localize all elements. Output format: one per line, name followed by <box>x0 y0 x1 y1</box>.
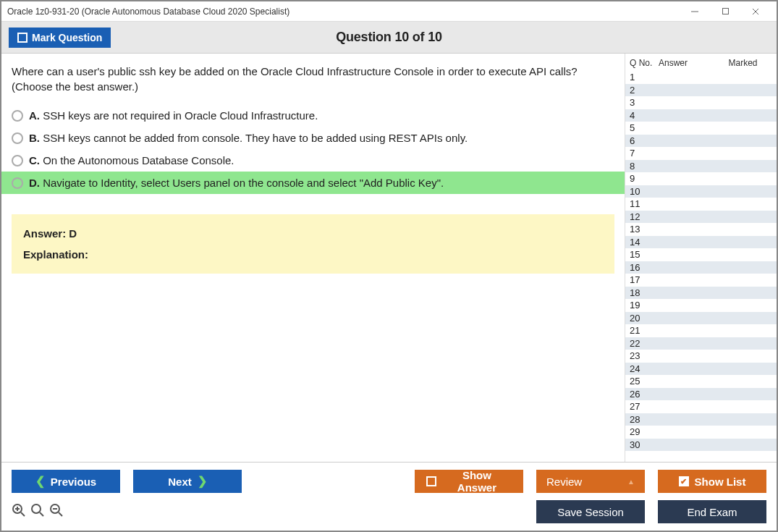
question-list-row[interactable]: 21 <box>625 324 777 337</box>
question-list-row[interactable]: 23 <box>625 350 777 363</box>
show-list-button[interactable]: ✔ Show List <box>658 470 766 493</box>
radio-empty-icon <box>12 177 23 189</box>
question-list-header: Q No. Answer Marked <box>625 54 777 71</box>
question-list-row[interactable]: 4 <box>625 109 777 122</box>
maximize-icon <box>722 7 730 15</box>
question-list-row[interactable]: 16 <box>625 261 777 274</box>
close-button[interactable] <box>740 1 771 22</box>
question-list-row[interactable]: 20 <box>625 312 777 325</box>
question-list-row[interactable]: 13 <box>625 223 777 236</box>
header-bar: Mark Question Question 10 of 10 <box>1 22 777 54</box>
show-list-label: Show List <box>695 476 746 488</box>
question-list-row[interactable]: 29 <box>625 426 777 439</box>
question-pane: Where can a user's public ssh key be add… <box>1 54 625 462</box>
option-text: A. SSH keys are not required in Oracle C… <box>29 109 318 122</box>
checkbox-empty-icon <box>17 33 28 43</box>
question-list-row[interactable]: 22 <box>625 337 777 350</box>
question-list-row[interactable]: 7 <box>625 147 777 160</box>
next-button[interactable]: Next ❯ <box>133 470 242 493</box>
svg-line-11 <box>59 512 62 516</box>
review-button[interactable]: Review ▲ <box>536 470 645 493</box>
footer-row-1: ❮ Previous Next ❯ Show Answer Review ▲ ✔… <box>1 463 777 497</box>
question-list-row[interactable]: 6 <box>625 135 777 148</box>
options-list: A. SSH keys are not required in Oracle C… <box>1 104 625 194</box>
next-label: Next <box>168 476 192 488</box>
col-q-label: Q No. <box>630 58 659 68</box>
question-list-row[interactable]: 12 <box>625 211 777 224</box>
zoom-in-icon[interactable] <box>12 503 26 521</box>
question-list-row[interactable]: 26 <box>625 388 777 401</box>
content-row: Where can a user's public ssh key be add… <box>1 54 777 462</box>
col-a-label: Answer <box>659 58 709 68</box>
show-answer-label: Show Answer <box>442 469 512 494</box>
question-list-row[interactable]: 18 <box>625 287 777 300</box>
option-text: C. On the Autonomous Database Console. <box>29 154 234 166</box>
question-list-row[interactable]: 2 <box>625 84 777 97</box>
save-session-button[interactable]: Save Session <box>536 500 645 523</box>
col-m-label: Marked <box>709 58 777 68</box>
answer-line: Answer: D <box>23 227 603 240</box>
svg-line-5 <box>21 512 25 516</box>
radio-empty-icon <box>12 110 23 122</box>
svg-point-8 <box>32 504 41 513</box>
checkbox-empty-icon <box>426 476 436 486</box>
mark-question-label: Mark Question <box>32 32 102 43</box>
zoom-out-icon[interactable] <box>49 503 64 521</box>
previous-button[interactable]: ❮ Previous <box>12 470 120 493</box>
end-exam-label: End Exam <box>687 506 737 518</box>
question-list-scroll[interactable]: 1234567891011121314151617181920212223242… <box>625 71 777 462</box>
explanation-label: Explanation: <box>23 248 603 261</box>
radio-empty-icon <box>12 132 23 144</box>
window-title: Oracle 1z0-931-20 (Oracle Autonomous Dat… <box>7 7 680 17</box>
question-list-row[interactable]: 5 <box>625 122 777 135</box>
question-list-row[interactable]: 15 <box>625 248 777 261</box>
question-list-row[interactable]: 27 <box>625 400 777 413</box>
svg-line-9 <box>40 512 43 516</box>
chevron-left-icon: ❮ <box>35 476 45 487</box>
question-list-row[interactable]: 28 <box>625 413 777 426</box>
zoom-reset-icon[interactable] <box>30 503 45 521</box>
question-list-row[interactable]: 3 <box>625 96 777 109</box>
close-icon <box>751 7 760 16</box>
question-list-row[interactable]: 1 <box>625 71 777 84</box>
answer-box: Answer: D Explanation: <box>12 214 614 274</box>
question-list-row[interactable]: 14 <box>625 236 777 249</box>
question-list-row[interactable]: 30 <box>625 439 777 452</box>
radio-empty-icon <box>12 155 23 166</box>
option-row[interactable]: D. Navigate to Identity, select Users pa… <box>1 172 625 194</box>
question-list-row[interactable]: 11 <box>625 198 777 211</box>
footer-row-2: Save Session End Exam <box>1 497 777 531</box>
option-row[interactable]: B. SSH keys cannot be added from console… <box>1 127 625 149</box>
minimize-button[interactable] <box>680 1 710 22</box>
question-list-row[interactable]: 25 <box>625 375 777 388</box>
save-session-label: Save Session <box>557 506 624 518</box>
question-list-row[interactable]: 17 <box>625 274 777 287</box>
footer: ❮ Previous Next ❯ Show Answer Review ▲ ✔… <box>1 462 777 531</box>
zoom-controls <box>12 503 64 521</box>
svg-rect-1 <box>722 9 728 14</box>
question-list-row[interactable]: 24 <box>625 363 777 376</box>
question-list-row[interactable]: 10 <box>625 185 777 198</box>
review-label: Review <box>546 476 582 488</box>
option-row[interactable]: C. On the Autonomous Database Console. <box>1 149 625 172</box>
chevron-right-icon: ❯ <box>198 476 207 487</box>
question-text: Where can a user's public ssh key be add… <box>1 64 625 104</box>
option-row[interactable]: A. SSH keys are not required in Oracle C… <box>1 104 625 127</box>
question-list-panel: Q No. Answer Marked 12345678910111213141… <box>625 54 777 462</box>
end-exam-button[interactable]: End Exam <box>658 500 766 523</box>
option-text: D. Navigate to Identity, select Users pa… <box>29 177 444 189</box>
show-answer-button[interactable]: Show Answer <box>415 470 523 493</box>
option-text: B. SSH keys cannot be added from console… <box>29 132 468 144</box>
question-list-row[interactable]: 8 <box>625 160 777 173</box>
question-list-row[interactable]: 9 <box>625 172 777 185</box>
chevron-up-icon: ▲ <box>627 478 635 486</box>
question-list-row[interactable]: 19 <box>625 299 777 312</box>
question-counter-title: Question 10 of 10 <box>336 30 442 45</box>
previous-label: Previous <box>51 476 96 488</box>
title-bar: Oracle 1z0-931-20 (Oracle Autonomous Dat… <box>1 1 777 22</box>
mark-question-button[interactable]: Mark Question <box>9 28 111 48</box>
maximize-button[interactable] <box>710 1 740 22</box>
checkbox-checked-icon: ✔ <box>679 476 689 486</box>
app-window: Oracle 1z0-931-20 (Oracle Autonomous Dat… <box>0 0 778 532</box>
minimize-icon <box>690 7 699 16</box>
